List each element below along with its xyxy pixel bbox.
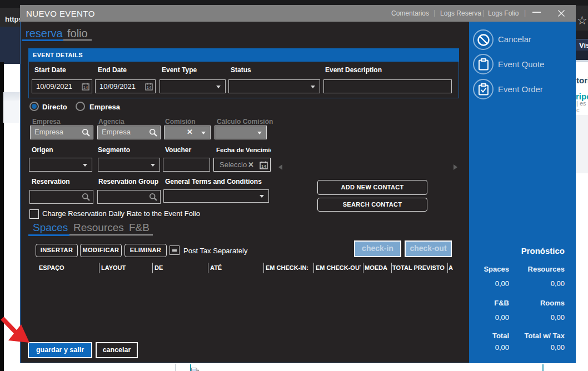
svg-text:14: 14 (83, 85, 88, 90)
svg-text:14: 14 (147, 85, 151, 90)
svg-text:14: 14 (261, 164, 266, 169)
